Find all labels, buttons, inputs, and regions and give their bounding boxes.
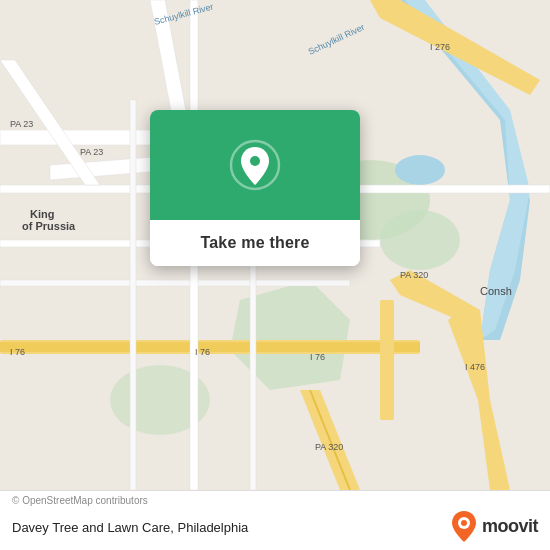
svg-rect-20 <box>0 280 350 286</box>
bottom-bar: © OpenStreetMap contributors Davey Tree … <box>0 490 550 550</box>
svg-point-2 <box>380 210 460 270</box>
map-view: PA 23 PA 23 I 76 I 76 I 76 I 476 PA 320 … <box>0 0 550 490</box>
location-pin-icon <box>229 139 281 191</box>
svg-text:I 476: I 476 <box>465 362 485 372</box>
svg-text:King: King <box>30 208 54 220</box>
copyright-text: © OpenStreetMap contributors <box>12 495 148 506</box>
place-name: Davey Tree and Lawn Care, Philadelphia <box>12 520 248 535</box>
take-me-there-button[interactable]: Take me there <box>150 220 360 266</box>
svg-text:of Prussia: of Prussia <box>22 220 76 232</box>
location-popup: Take me there <box>150 110 360 266</box>
svg-point-7 <box>395 155 445 185</box>
svg-text:I 76: I 76 <box>310 352 325 362</box>
svg-text:PA 320: PA 320 <box>315 442 343 452</box>
moovit-logo: moovit <box>450 510 538 542</box>
moovit-pin-icon <box>450 510 478 542</box>
svg-point-41 <box>250 156 260 166</box>
svg-text:I 76: I 76 <box>195 347 210 357</box>
svg-text:I 76: I 76 <box>10 347 25 357</box>
popup-header <box>150 110 360 220</box>
svg-text:Consh: Consh <box>480 285 512 297</box>
svg-text:I 276: I 276 <box>430 42 450 52</box>
svg-rect-10 <box>380 300 394 420</box>
svg-point-44 <box>461 520 467 526</box>
svg-text:PA 23: PA 23 <box>10 119 33 129</box>
svg-text:PA 320: PA 320 <box>400 270 428 280</box>
svg-text:PA 23: PA 23 <box>80 147 103 157</box>
svg-rect-22 <box>130 100 136 490</box>
moovit-brand-text: moovit <box>482 516 538 537</box>
